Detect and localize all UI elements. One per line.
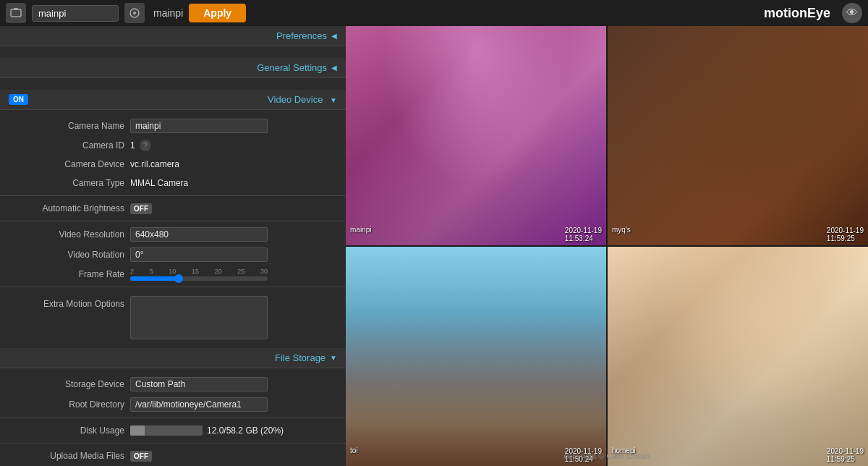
camera-timestamp-mainpi: 2020-11-1911:53:24	[565, 226, 602, 242]
video-rotation-input[interactable]	[130, 247, 268, 262]
general-settings-arrow: ◀	[331, 64, 337, 72]
preferences-label: Preferences	[276, 30, 327, 41]
auto-brightness-toggle[interactable]: OFF	[130, 203, 152, 214]
disk-usage-bar-container: 12.0/58.2 GB (20%)	[130, 425, 284, 436]
video-resolution-label: Video Resolution	[9, 229, 124, 240]
svg-rect-1	[14, 8, 18, 10]
video-device-content: Camera Name Camera ID 1 ? Camera Device …	[0, 110, 346, 348]
extra-motion-row: Extra Motion Options	[0, 290, 346, 342]
topbar: mainpi Apply motionEye 👁	[0, 0, 868, 26]
frame-rate-track[interactable]	[130, 276, 268, 281]
frame-rate-slider-container: 2 5 10 15 20 25 30	[130, 268, 268, 281]
hostname-input[interactable]	[32, 5, 119, 22]
preferences-content	[0, 46, 346, 58]
preferences-section-header[interactable]: Preferences ◀	[0, 26, 346, 46]
camera-name-mainpi: mainpi	[350, 226, 371, 234]
divider-5	[0, 443, 346, 444]
auto-brightness-label: Automatic Brightness	[9, 203, 124, 213]
video-rotation-row: Video Rotation	[0, 245, 346, 265]
frame-rate-fill	[130, 276, 179, 281]
file-storage-header[interactable]: File Storage ▼	[0, 348, 346, 368]
apply-button[interactable]: Apply	[189, 4, 246, 22]
video-resolution-input[interactable]	[130, 227, 268, 242]
frame-rate-tick-labels: 2 5 10 15 20 25 30	[130, 268, 268, 275]
preferences-arrow: ◀	[331, 32, 337, 40]
file-storage-content: Storage Device Root Directory Disk Usage…	[0, 368, 346, 466]
upload-media-label: Upload Media Files	[9, 451, 124, 461]
disk-usage-value: 12.0/58.2 GB (20%)	[207, 425, 284, 436]
root-directory-input[interactable]	[130, 397, 268, 412]
frame-rate-thumb[interactable]	[174, 274, 183, 283]
camera-timestamp-homepi: 2020-11-1911:59:25	[827, 447, 864, 463]
auto-brightness-row: Automatic Brightness OFF	[0, 199, 346, 218]
video-rotation-label: Video Rotation	[9, 250, 124, 260]
file-storage-arrow: ▼	[330, 354, 337, 362]
divider-2	[0, 221, 346, 221]
camera-cell-myqs[interactable]: myq's 2020-11-1911:59:25	[608, 26, 868, 245]
divider-3	[0, 287, 346, 287]
svg-rect-0	[11, 9, 21, 17]
hostname-label: mainpi	[153, 7, 183, 19]
camera-id-row: Camera ID 1 ?	[0, 136, 346, 155]
video-device-header: ON Video Device ▼	[0, 90, 346, 110]
upload-media-row: Upload Media Files OFF	[0, 446, 346, 465]
camera-timestamp-toi: 2020-11-1911:50:24	[565, 447, 602, 463]
settings-panel: Preferences ◀ General Settings ◀ ON Vide…	[0, 26, 346, 466]
storage-device-row: Storage Device	[0, 374, 346, 394]
device-icon-right	[124, 3, 145, 23]
divider-1	[0, 195, 346, 196]
motioneye-icon: 👁	[842, 3, 862, 23]
video-device-title[interactable]: Video Device ▼	[268, 94, 337, 105]
camera-device-value: vc.ril.camera	[130, 159, 179, 169]
brand-label: motionEye	[764, 6, 830, 21]
extra-motion-textarea[interactable]	[130, 296, 268, 339]
camera-type-label: Camera Type	[9, 178, 124, 188]
general-settings-content	[0, 78, 346, 90]
disk-usage-fill	[130, 425, 145, 436]
camera-grid: mainpi 2020-11-1911:53:24 myq's 2020-11-…	[346, 26, 868, 466]
frame-rate-row: Frame Rate 2 5 10 15 20 25 30	[0, 265, 346, 284]
storage-device-input[interactable]	[130, 377, 268, 391]
divider-4	[0, 418, 346, 418]
extra-motion-label: Extra Motion Options	[9, 296, 124, 309]
disk-usage-label: Disk Usage	[9, 425, 124, 436]
camera-device-label: Camera Device	[9, 159, 124, 169]
camera-timestamp-myqs: 2020-11-1911:59:25	[827, 226, 864, 242]
video-resolution-row: Video Resolution	[0, 224, 346, 245]
svg-point-3	[133, 12, 136, 14]
upload-media-toggle[interactable]: OFF	[130, 451, 152, 462]
camera-type-value: MMAL Camera	[130, 178, 188, 188]
general-settings-label: General Settings	[257, 62, 327, 73]
camera-cell-homepi[interactable]: homepi 2020-11-1911:59:25	[608, 247, 868, 466]
camera-device-row: Camera Device vc.ril.camera	[0, 155, 346, 174]
video-device-arrow: ▼	[330, 96, 337, 104]
camera-name-row: Camera Name	[0, 116, 346, 136]
general-settings-header[interactable]: General Settings ◀	[0, 58, 346, 78]
camera-name-input[interactable]	[130, 119, 268, 133]
root-directory-row: Root Directory	[0, 394, 346, 415]
camera-name-toi: toi	[350, 446, 358, 454]
disk-usage-bar	[130, 425, 203, 436]
camera-id-value: 1	[130, 140, 135, 151]
storage-device-label: Storage Device	[9, 379, 124, 389]
camera-cell-toi[interactable]: toi 2020-11-1911:50:24	[346, 247, 606, 466]
device-icon-left	[6, 3, 26, 23]
disk-usage-row: Disk Usage 12.0/58.2 GB (20%)	[0, 421, 346, 440]
camera-id-label: Camera ID	[9, 140, 124, 151]
camera-name-label: Camera Name	[9, 121, 124, 131]
camera-cell-mainpi[interactable]: mainpi 2020-11-1911:53:24	[346, 26, 606, 245]
video-device-toggle[interactable]: ON	[9, 94, 28, 105]
camera-id-help-icon[interactable]: ?	[140, 140, 151, 151]
main-content: Preferences ◀ General Settings ◀ ON Vide…	[0, 26, 868, 466]
camera-name-homepi: homepi	[612, 446, 636, 454]
frame-rate-label: Frame Rate	[9, 269, 124, 279]
root-directory-label: Root Directory	[9, 399, 124, 410]
file-storage-label: File Storage	[275, 352, 326, 363]
camera-type-row: Camera Type MMAL Camera	[0, 174, 346, 192]
camera-name-myqs: myq's	[612, 226, 631, 234]
